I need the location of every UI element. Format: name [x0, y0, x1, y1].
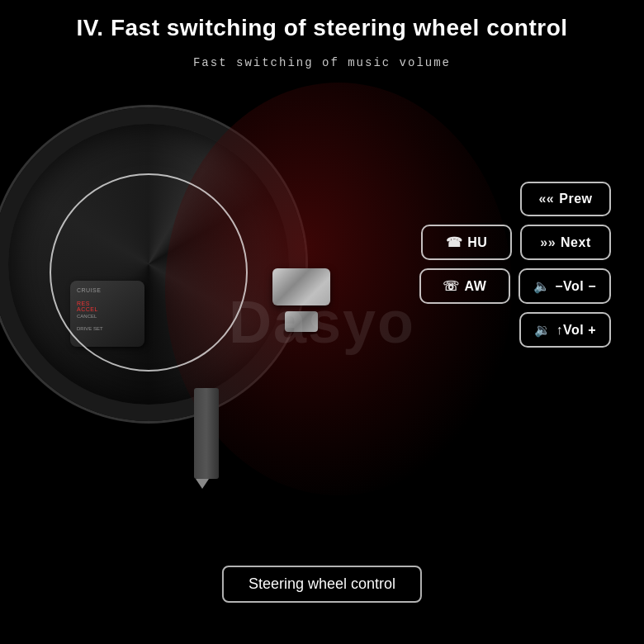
controls-row-1: «« Prew	[355, 182, 611, 216]
aw-label: AW	[465, 279, 487, 294]
controls-row-2: ☎ HU »» Next	[355, 225, 611, 260]
silver-button-small	[285, 311, 318, 332]
aw-button[interactable]: ☏ AW	[419, 268, 510, 304]
vol-plus-label: ↑Vol +	[556, 323, 597, 338]
vol-minus-button[interactable]: 🔈 −Vol −	[519, 268, 611, 304]
next-icon: »»	[540, 235, 556, 250]
silver-button-main	[272, 268, 330, 305]
vol-plus-button[interactable]: 🔉 ↑Vol +	[519, 312, 611, 348]
aw-phone-icon: ☏	[443, 278, 460, 294]
hu-label: HU	[467, 235, 487, 250]
page-title: IV. Fast switching of steering wheel con…	[0, 15, 644, 41]
vol-plus-icon: 🔉	[534, 322, 552, 338]
bottom-spoke	[194, 388, 219, 479]
controls-row-4: 🔉 ↑Vol +	[355, 312, 611, 348]
vol-minus-label: −Vol −	[555, 279, 596, 294]
controls-row-3: ☏ AW 🔈 −Vol −	[355, 268, 611, 304]
vol-minus-icon: 🔈	[533, 278, 551, 294]
phone-icon: ☎	[446, 234, 463, 250]
controls-panel: «« Prew ☎ HU »» Next ☏ AW 🔈 −Vol −	[355, 182, 611, 348]
page-container: IV. Fast switching of steering wheel con…	[0, 0, 644, 644]
page-subtitle: Fast switching of music volume	[0, 56, 644, 69]
next-button[interactable]: »» Next	[520, 225, 611, 260]
next-label: Next	[561, 235, 591, 250]
prew-label: Prew	[559, 192, 592, 206]
prew-button[interactable]: «« Prew	[520, 182, 611, 216]
triangle-marker	[196, 479, 209, 489]
hu-button[interactable]: ☎ HU	[421, 225, 512, 260]
bottom-label: Steering wheel control	[222, 566, 422, 603]
wheel-circle-highlight	[50, 173, 248, 372]
right-control-pad	[264, 268, 347, 343]
prew-icon: ««	[538, 192, 554, 206]
